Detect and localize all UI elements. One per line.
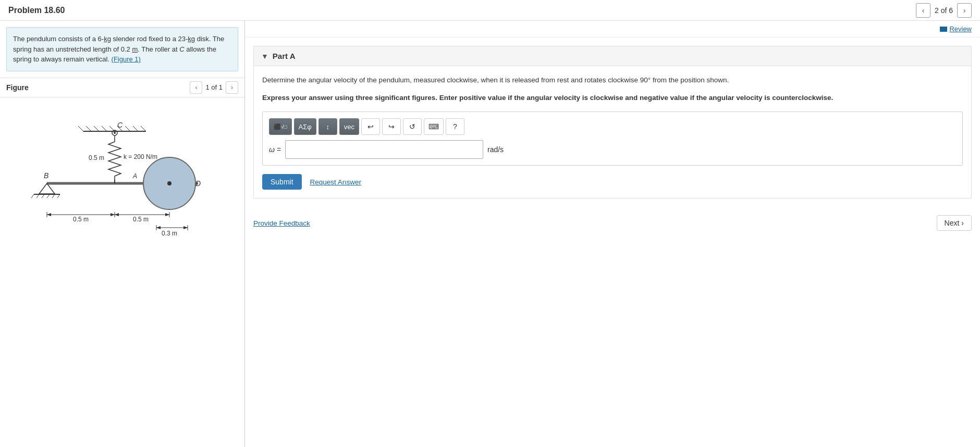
page-header: Problem 18.60 ‹ 2 of 6 › [0, 0, 980, 21]
svg-line-4 [102, 126, 107, 131]
a-label: A [132, 172, 137, 180]
left-panel: The pendulum consists of a 6-kg slender … [0, 21, 245, 447]
unit-m: m [132, 45, 138, 53]
unit-label: rad/s [487, 145, 504, 154]
bottom-bar: Provide Feedback Next › [245, 207, 980, 239]
problem-description: The pendulum consists of a 6-kg slender … [6, 27, 238, 71]
main-layout: The pendulum consists of a 6-kg slender … [0, 21, 980, 447]
page-indicator: 2 of 6 [935, 6, 953, 15]
next-page-button[interactable]: › [957, 3, 972, 18]
svg-line-7 [125, 126, 130, 131]
svg-marker-35 [156, 226, 161, 229]
pin-b [39, 183, 55, 194]
svg-marker-26 [47, 213, 51, 216]
svg-line-1 [78, 126, 83, 131]
review-icon [940, 27, 947, 32]
svg-marker-27 [111, 213, 115, 216]
svg-line-9 [141, 126, 146, 131]
length-label: 0.5 m [89, 154, 104, 162]
feedback-link[interactable]: Provide Feedback [253, 219, 310, 227]
omega-label: ω = [269, 145, 281, 154]
pendulum-figure: C k = 200 N/m 0.5 m [21, 103, 224, 259]
unit-kg-1: kg [104, 35, 111, 43]
undo-button[interactable]: ↩ [361, 118, 380, 135]
next-arrow: › [961, 219, 964, 227]
figure-next-button[interactable]: › [226, 81, 238, 94]
figure-counter: 1 of 1 [205, 83, 223, 91]
svg-marker-36 [183, 226, 188, 229]
svg-marker-30 [115, 213, 119, 216]
figure-header: Figure ‹ 1 of 1 › [0, 78, 244, 97]
action-row: Submit Request Answer [262, 174, 963, 190]
svg-line-20 [52, 194, 55, 198]
figure-title: Figure [6, 83, 29, 92]
refresh-button[interactable]: ↺ [403, 118, 422, 135]
figure-svg-container: C k = 200 N/m 0.5 m [0, 97, 244, 264]
svg-marker-31 [165, 213, 169, 216]
prev-page-button[interactable]: ‹ [916, 3, 930, 18]
vec-button[interactable]: vec [339, 118, 359, 135]
math-toolbar: ⬛√□ AΣφ ↕ vec ↩ ↪ ↺ ⌨ ? [269, 118, 956, 135]
figure-prev-button[interactable]: ‹ [190, 81, 202, 94]
review-link[interactable]: Review [940, 25, 972, 33]
redo-button[interactable]: ↪ [382, 118, 401, 135]
part-a-header[interactable]: ▼ Part A [254, 46, 971, 66]
svg-line-16 [31, 194, 34, 198]
request-answer-link[interactable]: Request Answer [310, 178, 361, 186]
d-label: D [195, 179, 201, 188]
answer-row: ω = rad/s [269, 140, 956, 159]
problem-statement: Determine the angular velocity of the pe… [262, 74, 963, 86]
review-bar: Review [245, 21, 980, 38]
math-editor: ⬛√□ AΣφ ↕ vec ↩ ↪ ↺ ⌨ ? ω = [262, 111, 963, 166]
dim-05-left: 0.5 m [73, 216, 89, 223]
emphasis-text: Express your answer using three signific… [262, 92, 963, 104]
part-a-section: ▼ Part A Determine the angular velocity … [253, 46, 972, 198]
review-label: Review [949, 25, 972, 33]
svg-line-2 [86, 126, 91, 131]
dim-05-right: 0.5 m [133, 216, 149, 223]
part-a-arrow: ▼ [261, 52, 268, 60]
svg-line-17 [36, 194, 39, 198]
spring-label: k = 200 N/m [124, 153, 157, 160]
help-button[interactable]: ? [446, 118, 464, 135]
submit-button[interactable]: Submit [262, 174, 302, 190]
arrows-button[interactable]: ↕ [318, 118, 337, 135]
next-button[interactable]: Next › [937, 215, 972, 231]
point-c-label: C [179, 45, 184, 53]
svg-line-3 [94, 126, 99, 131]
svg-line-19 [47, 194, 50, 198]
svg-line-21 [57, 194, 60, 198]
svg-point-11 [114, 132, 116, 134]
part-a-body: Determine the angular velocity of the pe… [254, 66, 971, 198]
part-a-title: Part A [273, 52, 296, 60]
figure-link[interactable]: (Figure 1) [112, 55, 141, 63]
figure-area: C k = 200 N/m 0.5 m [0, 97, 244, 448]
answer-input[interactable] [285, 140, 483, 159]
unit-kg-2: kg [188, 35, 195, 43]
disk-center [167, 181, 172, 185]
keyboard-button[interactable]: ⌨ [424, 118, 444, 135]
dim-03: 0.3 m [162, 230, 177, 237]
next-label: Next [945, 219, 960, 227]
pagination-nav: ‹ 2 of 6 › [916, 3, 972, 18]
b-label: B [44, 171, 48, 180]
right-panel: Review ▼ Part A Determine the angular ve… [245, 21, 980, 447]
problem-title: Problem 18.60 [8, 6, 65, 15]
symbol-button[interactable]: AΣφ [294, 118, 316, 135]
c-label: C [117, 121, 123, 129]
figure-nav: ‹ 1 of 1 › [190, 81, 238, 94]
svg-line-8 [133, 126, 138, 131]
svg-line-18 [42, 194, 44, 198]
fraction-sqrt-button[interactable]: ⬛√□ [269, 118, 292, 135]
spring-coil [108, 135, 121, 180]
